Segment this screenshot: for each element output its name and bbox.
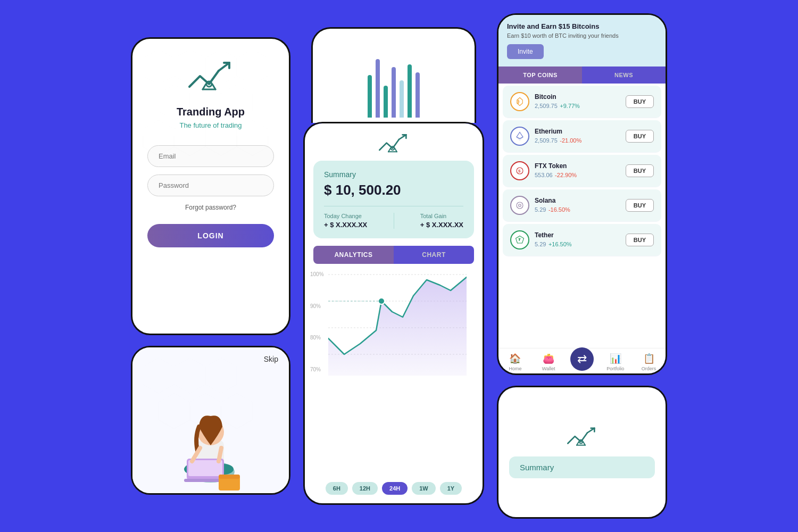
analytics-tab-bar: ANALYTICS CHART	[313, 246, 474, 264]
svg-marker-0	[143, 49, 174, 85]
svg-text:₿: ₿	[517, 99, 520, 104]
etherium-change: -21.00%	[560, 137, 581, 144]
coin-row-bitcoin: ₿ Bitcoin 2,509.75 +9.77% BUY	[503, 86, 661, 118]
time-btn-1y[interactable]: 1Y	[440, 482, 462, 495]
ftx-icon: S	[510, 161, 529, 180]
total-gain-label: Total Gain	[420, 213, 463, 219]
etherium-svg	[515, 131, 525, 141]
portfolio-label: Portfolio	[606, 366, 624, 371]
ftx-buy-button[interactable]: BUY	[626, 164, 654, 177]
summary-partial-phone: Summary	[497, 386, 667, 519]
tab-news[interactable]: NEWS	[582, 66, 666, 84]
today-change-col: Today Change + $ X.XXX.XX	[324, 213, 367, 229]
y-label-80: 80%	[310, 335, 324, 340]
svg-line-63	[577, 442, 579, 445]
tether-name: Tether	[535, 231, 626, 239]
time-btn-6h[interactable]: 6H	[326, 482, 348, 495]
tether-change: +16.50%	[548, 241, 572, 247]
ftx-name: FTX Token	[535, 162, 626, 170]
summary-partial-label: Summary	[520, 463, 644, 472]
invite-title: Invite and Earn $15 Bitcoins	[507, 22, 657, 30]
bitcoin-buy-button[interactable]: BUY	[626, 95, 654, 108]
total-gain-col: Total Gain + $ X.XXX.XX	[420, 213, 463, 229]
analytics-logo	[378, 134, 410, 155]
bitcoin-info: Bitcoin 2,509.75 +9.77%	[535, 93, 626, 110]
analytics-content: Summary $ 10, 500.20 Today Change + $ X.…	[305, 123, 483, 503]
summary-logo	[566, 426, 598, 450]
coins-tab-bar: TOP COINS NEWS	[498, 66, 666, 84]
tab-top-coins[interactable]: TOP COINS	[498, 66, 582, 84]
etherium-price-change: 2,509.75 -21.00%	[535, 135, 626, 145]
skip-button[interactable]: Skip	[264, 355, 278, 363]
bar-chart-content	[313, 29, 475, 123]
etherium-info: Etherium 2,509.75 -21.00%	[535, 128, 626, 145]
solana-change: -16.50%	[548, 206, 570, 213]
solana-buy-button[interactable]: BUY	[626, 199, 654, 212]
bar-1	[368, 75, 372, 118]
bar-3	[384, 86, 388, 118]
home-label: Home	[509, 366, 521, 371]
svg-text:₮: ₮	[518, 238, 521, 242]
solana-icon	[510, 196, 529, 215]
coin-row-tether: ₮ Tether 5.29 +16.50% BUY	[503, 224, 661, 256]
coin-list: ₿ Bitcoin 2,509.75 +9.77% BUY	[498, 84, 666, 348]
svg-marker-1	[174, 49, 205, 85]
time-btn-24h[interactable]: 24H	[382, 482, 408, 495]
summary-card: Summary $ 10, 500.20 Today Change + $ X.…	[313, 161, 474, 238]
total-gain-value: + $ X.XXX.XX	[420, 221, 463, 229]
nav-transfer[interactable]: ⇄	[566, 353, 599, 371]
wallet-label: Wallet	[542, 366, 555, 371]
svg-rect-35	[219, 475, 240, 479]
portfolio-icon: 📊	[610, 353, 621, 364]
summary-partial-content: Summary	[498, 387, 666, 517]
nav-home[interactable]: 🏠 Home	[498, 353, 532, 371]
top-partial-phone	[311, 27, 476, 123]
tab-chart[interactable]: CHART	[394, 246, 474, 264]
ftx-price: 553.06	[535, 172, 553, 178]
solana-svg	[515, 201, 525, 210]
svg-line-64	[583, 442, 585, 445]
ftx-price-change: 553.06 -22.90%	[535, 170, 626, 179]
y-axis-labels: 100% 90% 80% 70%	[310, 271, 324, 372]
time-btn-1w[interactable]: 1W	[412, 482, 436, 495]
coin-row-etherium: Etherium 2,509.75 -21.00% BUY	[503, 120, 661, 153]
bitcoin-name: Bitcoin	[535, 93, 626, 101]
summary-divider	[324, 206, 463, 206]
nav-portfolio[interactable]: 📊 Portfolio	[598, 353, 632, 371]
nav-orders[interactable]: 📋 Orders	[632, 353, 666, 371]
svg-marker-52	[517, 137, 523, 140]
tether-info: Tether 5.29 +16.50%	[535, 231, 626, 248]
bitcoin-svg: ₿	[515, 97, 525, 106]
analytics-header	[305, 123, 483, 161]
tab-analytics[interactable]: ANALYTICS	[313, 246, 394, 264]
bar-4	[392, 67, 396, 118]
svg-marker-5	[190, 85, 221, 120]
etherium-buy-button[interactable]: BUY	[626, 130, 654, 143]
y-label-70: 70%	[310, 367, 324, 372]
svg-point-56	[519, 204, 521, 207]
analytics-phone: Summary $ 10, 500.20 Today Change + $ X.…	[303, 122, 484, 505]
ftx-info: FTX Token 553.06 -22.90%	[535, 162, 626, 179]
hex-bg-pattern	[132, 39, 289, 331]
svg-point-55	[517, 202, 523, 209]
nav-wallet[interactable]: 👛 Wallet	[532, 353, 566, 371]
solana-price: 5.29	[535, 206, 546, 213]
tether-icon: ₮	[510, 230, 529, 250]
summary-amount: $ 10, 500.20	[324, 182, 463, 198]
etherium-name: Etherium	[535, 128, 626, 135]
bar-7	[415, 72, 420, 118]
ftx-change: -22.90%	[555, 172, 577, 178]
bitcoin-price: 2,509.75	[535, 103, 558, 109]
tether-buy-button[interactable]: BUY	[626, 234, 654, 246]
invite-subtitle: Earn $10 worth of BTC inviting your frie…	[507, 32, 657, 39]
etherium-icon	[510, 127, 529, 146]
svg-marker-7	[143, 120, 174, 156]
orders-label: Orders	[642, 366, 656, 371]
today-change-value: + $ X.XXX.XX	[324, 221, 367, 229]
tether-price: 5.29	[535, 241, 546, 247]
tether-price-change: 5.29 +16.50%	[535, 239, 626, 248]
invite-button[interactable]: Invite	[507, 44, 544, 59]
time-btn-12h[interactable]: 12H	[352, 482, 378, 495]
coin-row-solana: Solana 5.29 -16.50% BUY	[503, 189, 661, 222]
onboard-content: Skip	[132, 347, 289, 493]
